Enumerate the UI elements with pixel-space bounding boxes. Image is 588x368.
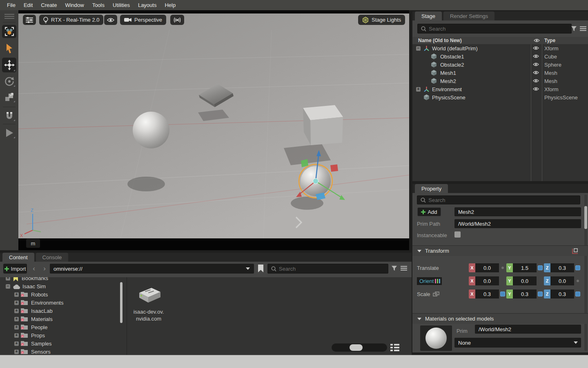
tree-row-bookmarks[interactable]: + Bookmarks [0,277,122,282]
link-icon[interactable] [433,292,439,296]
scale-x-field[interactable]: 0.3 [475,289,499,298]
scale-tool-button[interactable] [2,90,16,103]
property-search-input[interactable] [428,197,577,203]
keyframe-square-icon[interactable] [575,292,580,296]
nav-forward-button[interactable]: › [40,264,49,274]
translate-z-field[interactable]: 0.3 [550,263,574,272]
keyframe-square-icon[interactable] [500,292,505,296]
eye-icon[interactable] [533,54,539,58]
translate-x-field[interactable]: 0.0 [475,263,499,272]
move-tool-button[interactable] [2,58,16,72]
translate-y-field[interactable]: 1.5 [513,263,537,272]
select-tool-button[interactable] [2,42,16,55]
stage-row-world[interactable]: − World (defaultPrim) Xform [412,44,588,52]
filter-icon[interactable] [571,26,577,32]
orient-z-field[interactable]: 0.0 [550,276,574,285]
tree-row-materials[interactable]: + Materials [0,315,122,323]
expand-icon[interactable]: + [14,341,19,346]
collapse-icon[interactable]: − [416,46,421,51]
eye-icon[interactable] [533,62,539,67]
tab-property[interactable]: Property [415,184,448,193]
stage-row-obstacle2[interactable]: Obstacle2 Sphere [412,61,588,69]
tree-row-robots[interactable]: + Robots [0,290,122,298]
stage-lights-button[interactable]: Stage Lights [358,15,405,25]
snap-tool-button[interactable] [2,109,16,122]
eye-icon[interactable] [533,87,539,91]
tree-row-isaac-sim[interactable]: − Isaac Sim [0,282,122,290]
menu-file[interactable]: File [3,1,19,9]
content-search-input[interactable] [279,266,385,272]
prim-path-field[interactable]: /World/Mesh2 [454,219,581,228]
view-toggle-icon[interactable] [390,343,399,352]
grip-handle-icon[interactable] [2,12,16,20]
property-scrollbar[interactable] [584,195,587,351]
stage-options-icon[interactable] [580,26,586,31]
menu-tools[interactable]: Tools [89,1,108,9]
expand-icon[interactable]: + [6,277,10,280]
expand-icon[interactable]: + [14,317,19,321]
tab-render-settings[interactable]: Render Settings [443,11,494,20]
viewport-options-button[interactable] [23,15,36,25]
tab-content[interactable]: Content [2,253,34,262]
tree-row-isaaclab[interactable]: + IsaacLab [0,307,122,315]
stage-row-obstacle1[interactable]: Obstacle1 Cube [412,52,588,61]
material-prim-field[interactable]: /World/Mesh2 [475,325,581,334]
tree-row-people[interactable]: + People [0,323,122,331]
rotate-tool-button[interactable] [2,75,16,88]
menu-create[interactable]: Create [37,1,60,9]
content-options-icon[interactable] [401,266,407,271]
stage-row-mesh1[interactable]: Mesh1 Mesh [412,69,588,77]
obstacle-cube[interactable] [303,105,343,145]
expand-icon[interactable]: + [14,325,19,330]
import-button[interactable]: Import [3,264,27,274]
keyframe-dot-icon[interactable] [501,267,504,269]
tree-row-environments[interactable]: + Environments [0,298,122,307]
column-type[interactable]: Type [544,38,555,43]
collapse-icon[interactable]: − [6,284,10,289]
material-dropdown[interactable]: None [454,338,581,348]
eye-icon[interactable] [533,70,539,75]
viewport-3d[interactable]: Z X RTX - Real-Time 2.0 [18,10,409,250]
keyframe-dot-icon[interactable] [577,280,579,282]
column-visibility-eye-icon[interactable] [534,38,540,43]
visibility-button[interactable] [104,15,117,25]
gizmo-plane-xz[interactable] [330,164,338,172]
stage-search[interactable] [417,24,572,34]
expand-icon[interactable]: + [14,333,19,338]
stage-row-mesh2[interactable]: Mesh2 Mesh [412,77,588,85]
materials-section-header[interactable]: Materials on selected models [412,313,588,324]
column-name[interactable]: Name (Old to New) [418,38,462,43]
expand-icon[interactable]: + [14,301,19,305]
broadcast-button[interactable] [170,15,184,25]
property-search[interactable] [417,195,580,204]
instanceable-checkbox[interactable] [454,231,461,238]
stage-search-input[interactable] [429,26,568,32]
scene-render[interactable]: Z X [18,13,409,238]
menu-help[interactable]: Help [161,1,179,9]
expand-icon[interactable]: + [14,350,19,354]
orient-label[interactable]: Orient [417,277,442,285]
scale-y-field[interactable]: 0.3 [513,289,537,298]
transform-section-header[interactable]: Transform [412,245,588,256]
content-search[interactable] [267,264,388,274]
obstacle-sphere[interactable] [133,112,169,148]
tab-stage[interactable]: Stage [415,11,442,20]
server-item[interactable]: isaac-dev.ov. nvidia.com [128,285,169,322]
bookmark-icon[interactable] [258,265,264,272]
gizmo-center[interactable] [313,179,318,184]
ground-plane[interactable] [18,13,409,238]
keyframe-square-icon[interactable] [538,265,543,270]
menu-utilities[interactable]: Utilities [109,1,134,9]
filter-icon[interactable] [391,265,398,272]
expand-icon[interactable]: + [416,87,421,92]
menu-edit[interactable]: Edit [20,1,36,9]
stage-row-environment[interactable]: + Environment Xform [412,85,588,93]
property-scrollbar-thumb[interactable] [584,206,587,229]
path-dropdown-icon[interactable] [246,267,250,270]
menu-layouts[interactable]: Layouts [134,1,160,9]
tree-row-props[interactable]: + Props [0,331,122,339]
transform-reset-icon[interactable] [572,248,579,255]
tree-row-sensors[interactable]: + Sensors [0,348,122,355]
icon-size-slider[interactable] [332,343,387,352]
selection-mode-button[interactable] [2,25,16,38]
